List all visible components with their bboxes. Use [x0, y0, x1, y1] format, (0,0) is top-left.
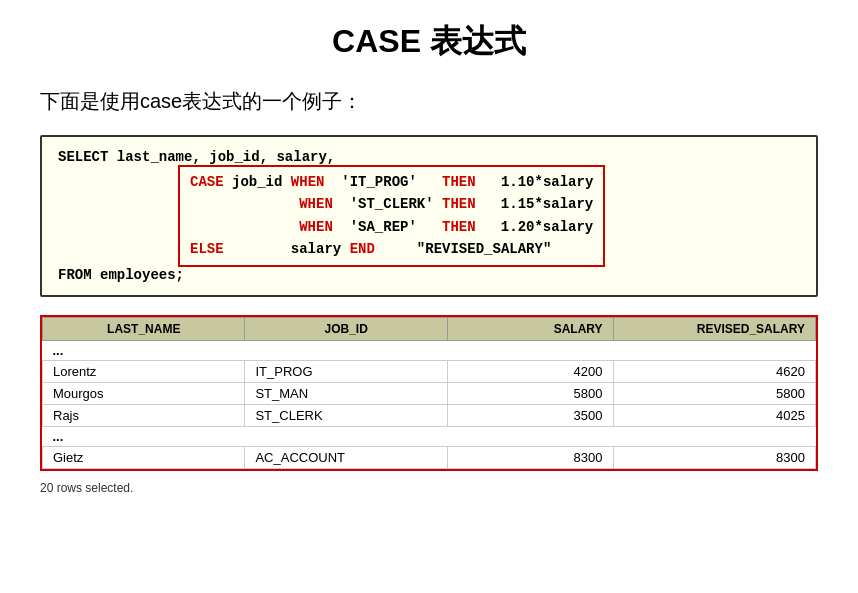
- keyword-when-3: WHEN: [299, 216, 333, 238]
- cell-revised-salary: 4025: [613, 404, 815, 426]
- code-text: 'ST_CLERK': [333, 193, 442, 215]
- cell-job-id: IT_PROG: [245, 360, 447, 382]
- rows-note: 20 rows selected.: [40, 481, 818, 495]
- dots-cell-4: [613, 426, 815, 446]
- keyword-then-1: THEN: [442, 171, 476, 193]
- col-header-revised-salary: REVISED_SALARY: [613, 317, 815, 340]
- col-header-job-id: JOB_ID: [245, 317, 447, 340]
- code-line-last: FROM employees;: [58, 267, 800, 283]
- dots-cell-2: [245, 340, 447, 360]
- table-row: Lorentz IT_PROG 4200 4620: [43, 360, 816, 382]
- cell-last-name: Rajs: [43, 404, 245, 426]
- keyword-case: CASE: [190, 171, 224, 193]
- cell-salary: 5800: [447, 382, 613, 404]
- code-indent: [190, 193, 299, 215]
- code-line-1: SELECT last_name, job_id, salary,: [58, 149, 800, 165]
- cell-last-name: Mourgos: [43, 382, 245, 404]
- keyword-then-3: THEN: [442, 216, 476, 238]
- code-inner-line-3: WHEN 'SA_REP' THEN 1.20*salary: [190, 216, 593, 238]
- table-row: Gietz AC_ACCOUNT 8300 8300: [43, 446, 816, 468]
- table-row: Rajs ST_CLERK 3500 4025: [43, 404, 816, 426]
- code-text: 'SA_REP': [333, 216, 442, 238]
- col-header-last-name: LAST_NAME: [43, 317, 245, 340]
- dots-row-2: ...: [43, 426, 816, 446]
- table-wrapper: LAST_NAME JOB_ID SALARY REVISED_SALARY .…: [40, 315, 818, 495]
- results-table: LAST_NAME JOB_ID SALARY REVISED_SALARY .…: [42, 317, 816, 469]
- code-case-block: CASE job_id WHEN 'IT_PROG' THEN 1.10*sal…: [178, 165, 605, 267]
- code-text: 1.20*salary: [476, 216, 594, 238]
- col-header-salary: SALARY: [447, 317, 613, 340]
- page-title: CASE 表达式: [40, 20, 818, 64]
- code-inner-line-2: WHEN 'ST_CLERK' THEN 1.15*salary: [190, 193, 593, 215]
- dots-row-1: ...: [43, 340, 816, 360]
- dots-cell-1: ...: [43, 340, 245, 360]
- cell-revised-salary: 4620: [613, 360, 815, 382]
- code-block: SELECT last_name, job_id, salary, CASE j…: [40, 135, 818, 297]
- code-inner-line-1: CASE job_id WHEN 'IT_PROG' THEN 1.10*sal…: [190, 171, 593, 193]
- code-text: salary: [224, 238, 350, 260]
- dots-cell-2: [245, 426, 447, 446]
- dots-cell-4: [613, 340, 815, 360]
- cell-job-id: ST_MAN: [245, 382, 447, 404]
- keyword-when-1: WHEN: [291, 171, 325, 193]
- code-text: 1.15*salary: [476, 193, 594, 215]
- dots-cell-1: ...: [43, 426, 245, 446]
- table-row: Mourgos ST_MAN 5800 5800: [43, 382, 816, 404]
- code-inner-line-4: ELSE salary END "REVISED_SALARY": [190, 238, 593, 260]
- cell-salary: 4200: [447, 360, 613, 382]
- keyword-end: END: [350, 238, 375, 260]
- code-text: 'IT_PROG': [324, 171, 442, 193]
- cell-revised-salary: 8300: [613, 446, 815, 468]
- keyword-when-2: WHEN: [299, 193, 333, 215]
- cell-last-name: Gietz: [43, 446, 245, 468]
- code-text: job_id: [224, 171, 291, 193]
- cell-job-id: ST_CLERK: [245, 404, 447, 426]
- keyword-then-2: THEN: [442, 193, 476, 215]
- cell-revised-salary: 5800: [613, 382, 815, 404]
- dots-cell-3: [447, 340, 613, 360]
- cell-salary: 8300: [447, 446, 613, 468]
- subtitle: 下面是使用case表达式的一个例子：: [40, 88, 818, 115]
- cell-salary: 3500: [447, 404, 613, 426]
- results-table-container: LAST_NAME JOB_ID SALARY REVISED_SALARY .…: [40, 315, 818, 471]
- cell-last-name: Lorentz: [43, 360, 245, 382]
- keyword-else: ELSE: [190, 238, 224, 260]
- code-text: "REVISED_SALARY": [375, 238, 551, 260]
- cell-job-id: AC_ACCOUNT: [245, 446, 447, 468]
- dots-cell-3: [447, 426, 613, 446]
- code-text: 1.10*salary: [476, 171, 594, 193]
- code-indent: [190, 216, 299, 238]
